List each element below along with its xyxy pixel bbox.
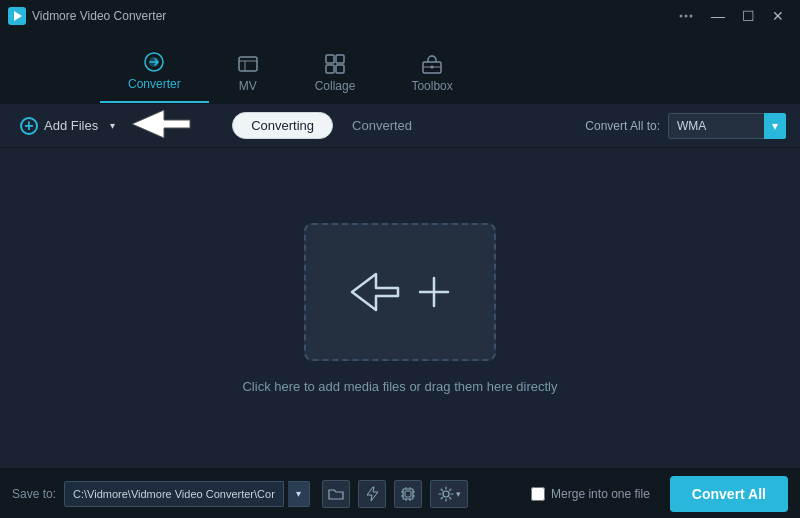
svg-point-4 [690,15,693,18]
minimize-button[interactable]: — [704,5,732,27]
window-controls: — ☐ ✕ [678,5,792,27]
close-button[interactable]: ✕ [764,5,792,27]
settings-button[interactable]: ▾ [430,480,468,508]
tab-converter-label: Converter [128,77,181,91]
convert-all-label: Convert All to: [585,119,660,133]
bottom-bar: Save to: ▾ ▾ [0,468,800,518]
toolbar-row: + Add Files ▾ Converting Converted Conve… [14,108,786,144]
resize-dots-icon [678,8,694,24]
svg-rect-17 [405,491,411,497]
cpu-icon [400,486,416,502]
svg-marker-15 [352,274,398,310]
svg-rect-8 [326,55,334,63]
sub-tab-converting[interactable]: Converting [232,112,333,139]
merge-label: Merge into one file [551,487,650,501]
save-path-input[interactable] [64,481,284,507]
tab-toolbox[interactable]: Toolbox [383,45,480,103]
settings-icon [438,486,454,502]
format-select[interactable]: WMA MP3 MP4 AVI MOV AAC FLAC [668,113,768,139]
tab-toolbox-label: Toolbox [411,79,452,93]
sub-tab-converted[interactable]: Converted [333,112,431,139]
format-select-wrapper: WMA MP3 MP4 AVI MOV AAC FLAC ▾ [668,113,786,139]
plus-circle-icon: + [20,117,38,135]
svg-rect-10 [326,65,334,73]
collage-icon [324,53,346,75]
open-folder-button[interactable] [322,480,350,508]
arrow-annotation-icon [128,108,192,140]
lightning-icon [365,486,379,502]
nav-tabs: Converter MV Collage Toolbox [0,32,800,104]
main-content: Click here to add media files or drag th… [0,148,800,468]
mv-icon [237,53,259,75]
tab-collage-label: Collage [315,79,356,93]
merge-container: Merge into one file [531,487,650,501]
convert-all-button[interactable]: Convert All [670,476,788,512]
tab-converter[interactable]: Converter [100,43,209,103]
svg-rect-9 [336,55,344,63]
lightning-button[interactable] [358,480,386,508]
add-files-dropdown-button[interactable]: ▾ [104,118,120,134]
converter-icon [143,51,165,73]
tab-mv-label: MV [239,79,257,93]
save-path-dropdown-button[interactable]: ▾ [288,481,310,507]
maximize-button[interactable]: ☐ [734,5,762,27]
drop-zone[interactable] [304,223,496,361]
toolbar: + Add Files ▾ Converting Converted Conve… [0,104,800,148]
add-files-button[interactable]: + Add Files [14,113,104,139]
title-bar: Vidmore Video Converter — ☐ ✕ [0,0,800,32]
svg-point-3 [685,15,688,18]
svg-marker-14 [132,110,190,138]
title-bar-left: Vidmore Video Converter [8,7,166,25]
folder-icon [328,487,344,501]
tab-collage[interactable]: Collage [287,45,384,103]
svg-point-26 [443,491,449,497]
format-dropdown-button[interactable]: ▾ [764,113,786,139]
drop-plus-icon [416,274,452,310]
svg-rect-11 [336,65,344,73]
svg-point-13 [431,66,434,69]
convert-all-container: Convert All to: WMA MP3 MP4 AVI MOV AAC … [585,113,786,139]
app-icon [8,7,26,25]
drop-hint: Click here to add media files or drag th… [242,379,557,394]
drop-arrow-icon [348,272,400,312]
svg-point-2 [680,15,683,18]
app-title: Vidmore Video Converter [32,9,166,23]
add-files-label: Add Files [44,118,98,133]
merge-checkbox[interactable] [531,487,545,501]
toolbox-icon [421,53,443,75]
cpu-button[interactable] [394,480,422,508]
tab-mv[interactable]: MV [209,45,287,103]
save-to-label: Save to: [12,487,56,501]
svg-rect-7 [239,57,257,71]
sub-tabs: Converting Converted [232,112,431,139]
arrow-annotation [128,108,192,144]
